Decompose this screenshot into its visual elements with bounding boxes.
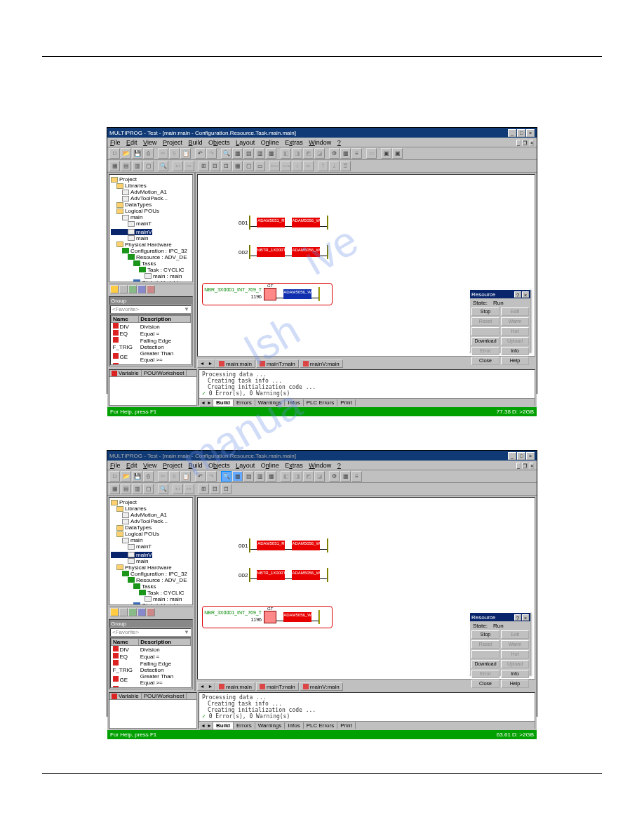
tool-icon[interactable]: ▣ [392, 148, 403, 159]
dialog-button-stop[interactable]: Stop [471, 630, 499, 639]
tree-item[interactable]: Global_Variables [111, 602, 191, 606]
tree-item[interactable]: AdvMotion_A1 [111, 512, 191, 518]
tree-item[interactable]: Configuration : IPC_32 [111, 248, 191, 254]
dialog-close-button[interactable]: × [522, 614, 529, 621]
log-tab-errors[interactable]: Errors [234, 399, 255, 406]
menu-extras[interactable]: Extras [285, 462, 303, 469]
group-dropdown[interactable]: <Favorite>▼ [110, 305, 192, 314]
log-tab-scroll[interactable]: ◄► [199, 722, 213, 730]
tree-item[interactable]: mainT [111, 220, 191, 227]
mdi-minimize-button[interactable]: _ [516, 463, 521, 469]
tool-icon[interactable]: ▦ [232, 471, 243, 482]
dialog-close-button[interactable]: × [522, 291, 529, 298]
tool-icon[interactable]: ▦ [109, 161, 120, 171]
tool-icon[interactable]: ↦ [184, 161, 194, 171]
tool-icon[interactable]: ▤ [243, 471, 254, 482]
tree-item[interactable]: Tasks [111, 583, 191, 590]
tree-tab-icon[interactable] [147, 285, 155, 293]
tree-item[interactable]: Task : CYCLIC [111, 267, 191, 273]
gt-block[interactable]: GT NBR_3X0001_INT_769_T 1196 [264, 611, 276, 623]
cut-icon[interactable]: ✂ [158, 471, 168, 482]
build-icon[interactable]: ⚙ [329, 471, 340, 482]
tree-item[interactable]: Tasks [111, 260, 191, 267]
function-row[interactable]: GTGreater Than > [112, 686, 191, 688]
network-rung-selected[interactable]: GT NBR_3X0001_INT_769_T 1196 ADAM5056_W [264, 610, 319, 624]
mdi-close-button[interactable]: × [530, 463, 534, 469]
minimize-button[interactable]: _ [508, 452, 516, 460]
function-block[interactable]: ADAM5056_W [292, 541, 320, 550]
tree-tab-icon[interactable] [119, 285, 128, 293]
function-block[interactable]: ADAM5056_W [292, 218, 320, 227]
function-row[interactable]: DIVDivision [112, 323, 191, 331]
function-row[interactable]: GEGreater Than Equal >= [112, 673, 191, 686]
tree-item[interactable]: main : main [111, 596, 191, 602]
tool-icon[interactable]: ⟵ [269, 161, 280, 171]
tool-icon[interactable]: ◨ [292, 471, 302, 482]
tool-icon[interactable]: ⊟ [210, 484, 220, 494]
tool-icon[interactable]: ⤒ [318, 161, 328, 171]
project-tree[interactable]: ProjectLibrariesAdvMotion_A1AdvToolPack.… [109, 174, 193, 282]
tool-icon[interactable]: ▦ [109, 484, 120, 494]
tool-icon[interactable]: ⊞ [199, 161, 209, 171]
network-rung[interactable]: 002NBTR_1X000TADAM5056_W [239, 245, 328, 259]
tree-tab-icon[interactable] [119, 608, 128, 616]
function-block[interactable]: ADAM5051_R [257, 541, 285, 550]
tool-icon[interactable]: ▦ [340, 471, 351, 482]
mdi-minimize-button[interactable]: _ [516, 140, 521, 146]
maximize-button[interactable]: □ [517, 129, 525, 137]
tool-icon[interactable]: ≡ [351, 471, 362, 482]
menu-objects[interactable]: Objects [208, 462, 230, 469]
tool-icon[interactable]: ⊡ [221, 161, 232, 171]
dialog-button-info[interactable]: Info [501, 670, 529, 678]
tab-maint[interactable]: mainT:main [256, 682, 299, 691]
dialog-help-button[interactable]: ? [514, 291, 521, 298]
tree-item[interactable]: AdvToolPack... [111, 518, 191, 524]
function-table[interactable]: Name Description DIVDivisionEQEqual =F_T… [110, 315, 192, 365]
menu-project[interactable]: Project [163, 139, 182, 146]
tree-item[interactable]: Resource : ADV_DE [111, 254, 191, 260]
menu-view[interactable]: View [143, 462, 156, 469]
log-tab-build[interactable]: Build [213, 722, 234, 729]
tree-tab-icon[interactable] [137, 608, 146, 616]
function-table[interactable]: Name Description DIVDivisionEQEqual =F_T… [110, 637, 192, 688]
tab-main[interactable]: main:main [215, 359, 255, 368]
function-row[interactable]: GTGreater Than > [112, 363, 191, 365]
output-block[interactable]: ADAM5056_W [283, 612, 311, 622]
menu-help[interactable]: ? [337, 462, 341, 469]
tab-scroll[interactable]: ◄► [197, 682, 215, 691]
tool-icon[interactable]: ⊟ [210, 161, 220, 171]
tree-item[interactable]: Logical POUs [111, 531, 191, 537]
tool-icon[interactable]: ⟶ [281, 161, 291, 171]
tree-item[interactable]: Libraries [111, 505, 191, 512]
tree-item[interactable]: DataTypes [111, 201, 191, 208]
log-tab-plcerrors[interactable]: PLC Errors [304, 722, 338, 729]
menu-file[interactable]: File [110, 462, 121, 469]
function-block[interactable]: ADAM5056_W [292, 247, 320, 257]
tree-item[interactable]: Physical Hardware [111, 564, 191, 571]
zoom-icon[interactable]: 🔍 [221, 471, 232, 482]
tree-item[interactable]: main [111, 235, 191, 241]
tool-icon[interactable]: ◧ [281, 471, 291, 482]
menu-view[interactable]: View [143, 139, 156, 146]
tool-icon[interactable]: ▣ [381, 148, 391, 159]
print-icon[interactable]: ⎙ [143, 471, 154, 482]
menu-extras[interactable]: Extras [285, 139, 303, 146]
save-icon[interactable]: 💾 [132, 148, 142, 159]
log-tab-print[interactable]: Print [337, 399, 355, 406]
project-tree[interactable]: ProjectLibrariesAdvMotion_A1AdvToolPack.… [109, 497, 193, 605]
tool-icon[interactable]: ◪ [314, 148, 325, 159]
function-row[interactable]: EQEqual = [112, 330, 191, 337]
zoom-icon[interactable]: 🔍 [158, 484, 168, 494]
tree-item[interactable]: mainV [111, 229, 152, 235]
log-tab-plcerrors[interactable]: PLC Errors [304, 399, 338, 406]
function-block[interactable]: ADAM5056_W [292, 570, 320, 580]
menu-file[interactable]: File [110, 139, 121, 146]
dialog-button-info[interactable]: Info [501, 347, 529, 355]
log-tab-infos[interactable]: Infos [285, 722, 303, 729]
tree-item[interactable]: Project [111, 499, 191, 505]
tree-tab-icon[interactable] [110, 285, 119, 293]
menu-project[interactable]: Project [163, 462, 182, 469]
tool-icon[interactable]: ▥ [132, 484, 142, 494]
function-row[interactable]: DIVDivision [112, 646, 191, 654]
tree-item[interactable]: AdvMotion_A1 [111, 189, 191, 195]
